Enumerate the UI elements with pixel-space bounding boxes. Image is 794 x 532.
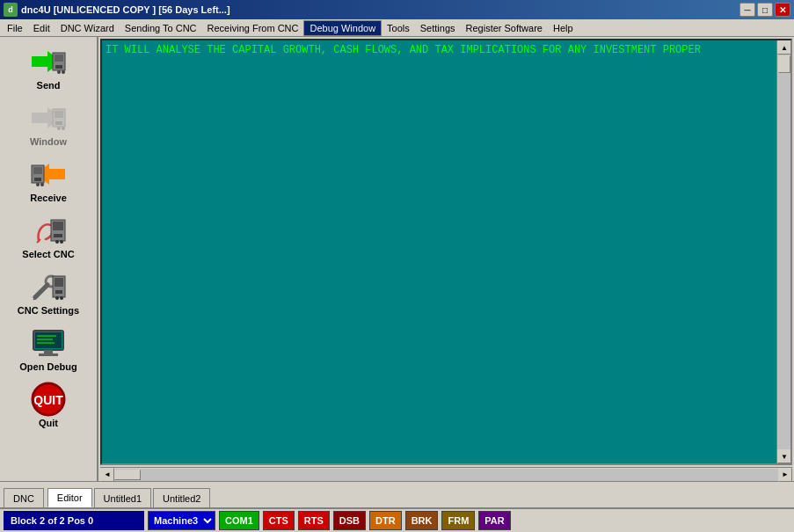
svg-rect-36	[39, 353, 58, 356]
open-debug-label: Open Debug	[19, 361, 76, 372]
brk-indicator: BRK	[405, 511, 439, 530]
svg-rect-27	[55, 290, 62, 294]
dsb-indicator: DSB	[333, 511, 366, 530]
svg-rect-15	[34, 178, 41, 181]
debug-text: IT WILL ANALYSE THE CAPITAL GROWTH, CASH…	[102, 40, 790, 60]
select-cnc-label: Select CNC	[22, 249, 74, 259]
scroll-up-button[interactable]: ▲	[777, 40, 791, 55]
receive-icon	[28, 157, 69, 191]
frm-indicator: FRM	[441, 511, 475, 530]
minimize-button[interactable]: ─	[739, 3, 755, 17]
tab-dnc[interactable]: DNC	[4, 488, 44, 507]
send-label: Send	[37, 80, 61, 91]
cnc-settings-button[interactable]: CNC Settings	[7, 266, 91, 320]
menu-file[interactable]: File	[2, 21, 28, 35]
app-icon: d	[4, 3, 18, 17]
window-title: dnc4U [UNLICENCED COPY ] [56 Days Left..…	[21, 4, 230, 15]
tab-editor[interactable]: Editor	[47, 488, 92, 507]
rts-indicator: RTS	[298, 511, 330, 530]
svg-point-17	[40, 183, 44, 186]
svg-point-4	[57, 70, 61, 74]
svg-point-29	[60, 296, 63, 300]
svg-point-16	[36, 183, 40, 186]
svg-point-22	[60, 240, 63, 244]
svg-rect-19	[53, 222, 63, 230]
dtr-indicator: DTR	[369, 511, 402, 530]
open-debug-button[interactable]: Open Debug	[7, 322, 91, 376]
cts-indicator: CTS	[263, 511, 295, 530]
svg-rect-31	[35, 332, 62, 348]
maximize-button[interactable]: □	[757, 3, 773, 17]
machine-dropdown[interactable]: Machine3	[148, 511, 215, 530]
select-cnc-icon	[28, 214, 69, 247]
svg-point-10	[57, 127, 61, 130]
receive-label: Receive	[30, 193, 67, 203]
main-layout: Send Window	[0, 37, 794, 481]
svg-rect-2	[55, 55, 63, 62]
menu-dnc-wizard[interactable]: DNC Wizard	[55, 21, 120, 35]
machine-selector[interactable]: Machine3	[148, 511, 215, 530]
scroll-track-v[interactable]	[777, 55, 790, 449]
quit-icon: QUIT	[28, 383, 69, 416]
select-cnc-button[interactable]: Select CNC	[7, 209, 91, 264]
svg-rect-9	[55, 121, 62, 125]
svg-rect-26	[55, 278, 63, 287]
send-button[interactable]: Send	[7, 40, 91, 95]
quit-button[interactable]: QUIT Quit	[7, 378, 91, 433]
menu-tools[interactable]: Tools	[382, 21, 415, 35]
scroll-left-button[interactable]: ◄	[100, 468, 114, 482]
scroll-down-button[interactable]: ▼	[777, 449, 791, 463]
svg-point-21	[55, 240, 59, 244]
svg-rect-35	[44, 350, 53, 353]
window-button[interactable]: Window	[7, 97, 91, 151]
scroll-track-h[interactable]	[114, 469, 778, 481]
title-bar: d dnc4U [UNLICENCED COPY ] [56 Days Left…	[0, 0, 794, 19]
debug-window[interactable]: IT WILL ANALYSE THE CAPITAL GROWTH, CASH…	[100, 39, 792, 465]
menu-debug[interactable]: Debug Window	[303, 20, 382, 36]
tab-untitled1[interactable]: Untitled1	[94, 488, 151, 507]
quit-label: Quit	[39, 418, 58, 428]
status-bar: Block 2 of 2 Pos 0 Machine3 COM1 CTS RTS…	[0, 507, 794, 532]
svg-point-28	[55, 296, 59, 300]
scroll-right-button[interactable]: ►	[778, 468, 792, 482]
menu-sending[interactable]: Sending To CNC	[120, 21, 202, 35]
open-debug-icon	[28, 326, 69, 360]
svg-text:QUIT: QUIT	[33, 393, 63, 407]
svg-rect-3	[55, 65, 62, 69]
com1-indicator: COM1	[219, 511, 259, 530]
receive-button[interactable]: Receive	[7, 153, 91, 208]
horizontal-scrollbar: ◄ ►	[100, 467, 792, 481]
cnc-settings-icon	[28, 270, 69, 303]
svg-line-24	[35, 285, 47, 297]
menu-receiving[interactable]: Receiving From CNC	[202, 21, 304, 35]
cnc-settings-label: CNC Settings	[18, 305, 79, 316]
close-button[interactable]: ✕	[775, 3, 790, 17]
menu-bar: File Edit DNC Wizard Sending To CNC Rece…	[0, 19, 794, 37]
scroll-thumb-v[interactable]	[778, 55, 790, 73]
par-indicator: PAR	[478, 511, 510, 530]
content-area: IT WILL ANALYSE THE CAPITAL GROWTH, CASH…	[98, 37, 794, 481]
vertical-scrollbar: ▲ ▼	[776, 40, 790, 463]
svg-rect-8	[55, 111, 63, 118]
menu-edit[interactable]: Edit	[28, 21, 55, 35]
window-icon	[28, 101, 69, 135]
menu-help[interactable]: Help	[548, 21, 579, 35]
menu-settings[interactable]: Settings	[415, 21, 461, 35]
sidebar: Send Window	[0, 37, 98, 481]
svg-rect-20	[54, 234, 62, 237]
svg-rect-14	[33, 167, 42, 174]
window-label: Window	[30, 136, 67, 147]
menu-register[interactable]: Register Software	[461, 21, 548, 35]
bottom-tabs: DNC Editor Untitled1 Untitled2	[0, 481, 794, 507]
svg-point-5	[62, 70, 65, 74]
svg-point-11	[62, 127, 65, 130]
tab-untitled2[interactable]: Untitled2	[153, 488, 210, 507]
block-pos-indicator: Block 2 of 2 Pos 0	[4, 511, 144, 530]
scroll-thumb-h[interactable]	[114, 470, 141, 480]
send-icon	[28, 45, 69, 78]
